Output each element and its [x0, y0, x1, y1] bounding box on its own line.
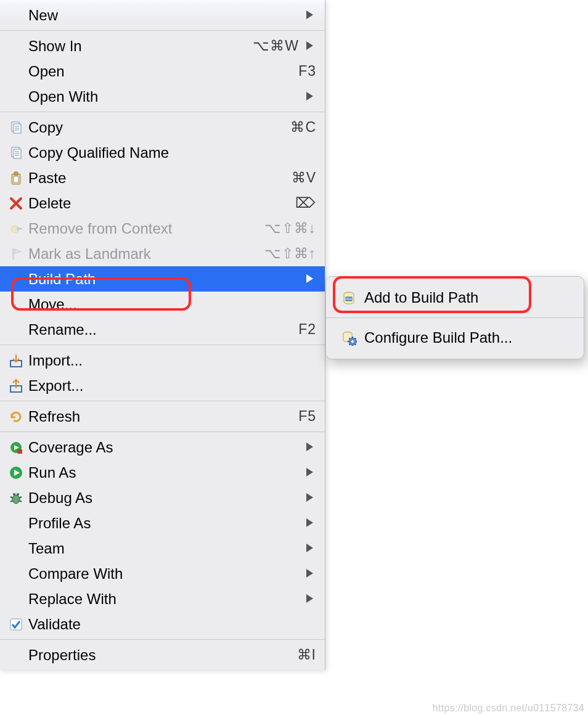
tab-label: Problems [378, 224, 433, 239]
menu-item-shortcut: F2 [298, 321, 316, 338]
menu-item-label: Profile As [28, 515, 299, 532]
menu-item-shortcut: ⌥⌘W [253, 38, 299, 54]
menu-item-label: Open With [28, 88, 299, 105]
menu-item-mark-as-landmark: Mark as Landmark⌥⇧⌘↑ [0, 241, 325, 266]
menu-item-shortcut: F3 [298, 63, 316, 80]
icon-placeholder [7, 271, 25, 288]
menu-item-shortcut: ⌘C [290, 119, 316, 136]
tab-problems[interactable]: Problems [357, 221, 439, 242]
menu-item-team[interactable]: Team [0, 536, 325, 561]
icon-placeholder [7, 540, 25, 557]
menu-item-label: Copy Qualified Name [28, 144, 316, 161]
context-menu: NewShow In⌥⌘WOpenF3Open WithCopy⌘CCopy Q… [0, 0, 325, 670]
menu-item-rename[interactable]: Rename...F2 [0, 317, 325, 342]
menu-item-delete[interactable]: Delete⌦ [0, 190, 325, 216]
menu-item-shortcut: F5 [298, 408, 316, 425]
menu-item-open[interactable]: OpenF3 [0, 59, 325, 84]
menu-item-run-as[interactable]: Run As [0, 460, 325, 485]
menu-item-build-path[interactable]: Build Path [0, 266, 325, 292]
menu-item-import[interactable]: Import... [0, 348, 325, 373]
menu-item-label: Mark as Landmark [28, 245, 259, 263]
server-info-line: v7.0 Server at localhost [Apache Tomcat] [325, 247, 588, 261]
svg-point-30 [17, 493, 19, 496]
chevron-right-icon [305, 274, 316, 285]
import-icon [7, 352, 25, 369]
menu-separator [0, 345, 325, 345]
menu-item-show-in[interactable]: Show In⌥⌘W [0, 33, 325, 59]
menu-item-shortcut: ⌦ [295, 195, 316, 211]
chevron-right-icon [305, 91, 316, 102]
menu-item-validate[interactable]: Validate [0, 611, 325, 637]
menu-separator [326, 317, 584, 318]
chevron-right-icon [305, 518, 316, 529]
landmark-icon [7, 245, 25, 263]
svg-rect-31 [10, 619, 22, 630]
menu-item-remove-from-context: Remove from Context⌥⇧⌘↓ [0, 216, 325, 241]
menu-item-label: Remove from Context [28, 220, 259, 237]
menu-item-label: New [28, 7, 299, 24]
menu-item-label: Coverage As [28, 439, 299, 456]
jar-icon: 010 [340, 288, 358, 307]
svg-rect-2 [447, 227, 457, 237]
close-icon[interactable] [340, 224, 349, 239]
menu-item-replace-with[interactable]: Replace With [0, 586, 325, 611]
menu-item-properties[interactable]: Properties⌘I [0, 642, 325, 668]
menu-item-debug-as[interactable]: Debug As [0, 485, 325, 510]
menu-item-move[interactable]: Move... [0, 292, 325, 317]
menu-item-label: Replace With [28, 590, 299, 608]
menu-item-label: Rename... [28, 321, 293, 338]
menu-item-coverage-as[interactable]: Coverage As [0, 435, 325, 460]
menu-item-compare-with[interactable]: Compare With [0, 561, 325, 586]
menu-item-profile-as[interactable]: Profile As [0, 510, 325, 536]
menu-item-label: Team [28, 540, 299, 557]
icon-placeholder [7, 515, 25, 532]
tab-label: Debug Shell [462, 224, 533, 239]
submenu-item-configure-build-path[interactable]: Configure Build Path... [326, 321, 584, 355]
icon-placeholder [7, 88, 25, 105]
submenu-item-add-to-build-path[interactable]: 010Add to Build Path [326, 280, 584, 315]
menu-separator [0, 401, 325, 401]
tab-debug-shell[interactable]: J Debug Shell [441, 221, 538, 242]
chevron-right-icon [305, 10, 316, 21]
watermark: https://blog.csdn.net/u011578734 [433, 703, 584, 714]
menu-item-shortcut: ⌘V [292, 170, 316, 186]
menu-item-copy[interactable]: Copy⌘C [0, 115, 325, 140]
build-path-submenu: 010Add to Build PathConfigure Build Path… [325, 276, 584, 359]
icon-placeholder [7, 7, 25, 24]
submenu-item-label: Add to Build Path [364, 289, 570, 306]
menu-item-label: Paste [28, 170, 287, 187]
svg-point-24 [12, 495, 20, 504]
warning-icon [362, 226, 375, 238]
run-icon [7, 464, 25, 481]
menu-item-new[interactable]: New [0, 2, 325, 28]
menu-item-paste[interactable]: Paste⌘V [0, 165, 325, 190]
icon-placeholder [7, 321, 25, 338]
menu-item-shortcut: ⌥⇧⌘↓ [264, 220, 317, 237]
icon-placeholder [7, 63, 25, 80]
menu-item-label: Export... [28, 377, 316, 394]
export-icon [7, 377, 25, 394]
menu-item-open-with[interactable]: Open With [0, 84, 325, 109]
icon-placeholder [7, 565, 25, 582]
menu-item-refresh[interactable]: RefreshF5 [0, 404, 325, 429]
menu-item-label: Run As [28, 464, 299, 481]
menu-item-label: Debug As [28, 489, 299, 507]
menu-item-label: Build Path [28, 271, 299, 288]
editor-tabstrip: sole Problems J Debug Shell [304, 219, 588, 244]
delete-icon [7, 195, 25, 212]
svg-rect-0 [368, 230, 369, 234]
svg-rect-15 [14, 172, 18, 175]
chevron-right-icon [305, 442, 316, 453]
menu-item-export[interactable]: Export... [0, 373, 325, 398]
menu-item-copy-qualified-name[interactable]: Copy Qualified Name [0, 140, 325, 165]
validate-icon [7, 616, 25, 633]
chevron-right-icon [305, 492, 316, 504]
icon-placeholder [7, 296, 25, 313]
menu-separator [0, 112, 325, 112]
copy-icon [7, 119, 25, 136]
menu-item-label: Properties [28, 647, 292, 664]
paste-icon [7, 170, 25, 187]
menu-separator [0, 30, 325, 31]
svg-rect-16 [14, 176, 18, 182]
refresh-icon [7, 408, 25, 425]
